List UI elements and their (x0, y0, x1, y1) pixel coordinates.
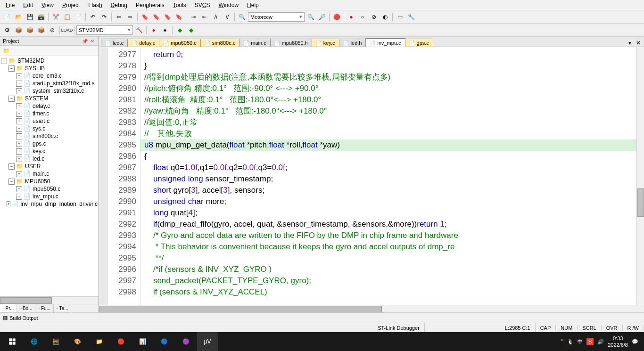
code-editor[interactable]: 2977297829792980298129822983298429852986… (99, 47, 644, 305)
file-tab-inv_mpu-c[interactable]: 📄inv_mpu.c (365, 38, 405, 47)
file-tab-gps-c[interactable]: 📄gps.c (405, 39, 433, 47)
menu-svcs[interactable]: SVCS (191, 1, 214, 9)
file-tab-key-c[interactable]: 📄key.c (312, 39, 339, 47)
build-batch-button[interactable]: 📦 (36, 25, 46, 35)
menu-file[interactable]: File (2, 1, 18, 9)
open-button[interactable]: 📂 (13, 12, 24, 22)
file-tab-led-c[interactable]: 📄led.c (101, 39, 128, 47)
code-line[interactable]: if (sensors & INV_XYZ_ACCEL) (140, 286, 636, 298)
tree-file[interactable]: +📄led.c (1, 155, 98, 163)
outdent-button[interactable]: ⇤ (199, 12, 210, 22)
find-button[interactable]: 🔍 (237, 12, 247, 22)
menu-flash[interactable]: Flash (84, 1, 106, 9)
tree-file[interactable]: +📄key.c (1, 147, 98, 155)
code-line[interactable]: /* Gyro and accel data are written to th… (140, 230, 636, 241)
tree-group-system[interactable]: −📁SYSTEM (1, 95, 98, 102)
code-line[interactable]: * This behavior is convenient because it… (140, 241, 636, 253)
tray-ime-label[interactable]: 中 (578, 338, 583, 345)
taskbar-keil-icon[interactable]: µV (197, 332, 218, 351)
undo-button[interactable]: ↶ (88, 12, 98, 22)
tree-toggle-icon[interactable]: + (16, 126, 22, 132)
new-file-button[interactable]: 📄 (2, 12, 12, 22)
rte-button[interactable]: ◆ (186, 25, 196, 35)
cut-button[interactable]: ✂️ (50, 12, 61, 22)
fold-column[interactable] (99, 47, 107, 305)
code-line[interactable]: /*if (sensors & INV_XYZ_GYRO ) (140, 264, 636, 275)
code-line[interactable]: { (140, 151, 636, 162)
tree-toggle-icon[interactable]: + (16, 111, 22, 117)
file-tab-mpu6050-h[interactable]: 📄mpu6050.h (270, 39, 312, 47)
code-line[interactable]: long quat[4]; (140, 207, 636, 219)
breakpoint-button[interactable]: ● (346, 12, 356, 22)
tree-toggle-icon[interactable]: + (16, 73, 22, 79)
tree-toggle-icon[interactable]: − (8, 179, 15, 185)
tree-file[interactable]: +📄main.c (1, 170, 98, 178)
taskbar-explorer-icon[interactable]: 📁 (89, 332, 109, 351)
code-line[interactable]: float q0=1.0f,q1=0.0f,q2=0.0f,q3=0.0f; (140, 162, 636, 173)
tree-toggle-icon[interactable]: + (16, 141, 22, 147)
tree-toggle-icon[interactable]: + (16, 133, 22, 139)
save-button[interactable]: 💾 (25, 12, 35, 22)
breakpoint-kill-button[interactable]: ⊘ (369, 12, 379, 22)
code-line[interactable]: u8 mpu_dmp_get_data(float *pitch,float *… (140, 139, 636, 151)
tree-file[interactable]: +📄system_stm32f10x.c (1, 87, 98, 95)
tray-chevron-icon[interactable]: ˄ (561, 339, 563, 345)
menu-help[interactable]: Help (243, 1, 263, 9)
taskbar-excel-icon[interactable]: 📊 (132, 332, 153, 351)
code-line[interactable]: //roll:横滚角 精度:0.1° 范围:-180.0°<---> +180.… (140, 94, 636, 106)
tab-close-button[interactable]: ✕ (635, 39, 642, 47)
tab-dropdown-button[interactable]: ▾ (626, 39, 634, 47)
tree-toggle-icon[interactable]: + (16, 103, 22, 109)
code-content[interactable]: return 0;}//得到dmp处理后的数据(注意,本函数需要比较多堆栈,局部… (140, 47, 636, 305)
project-expand-button[interactable]: 📁 (1, 46, 11, 56)
taskbar-app1-icon[interactable]: 🔵 (154, 332, 174, 351)
tree-group-syslib[interactable]: −📁SYSLIB (1, 65, 98, 72)
project-tab[interactable]: ▫Te... (54, 304, 71, 312)
taskbar-app2-icon[interactable]: 🟣 (175, 332, 196, 351)
build-output-panel[interactable]: ▦ Build Output (0, 312, 644, 323)
build-button[interactable]: 📦 (13, 25, 24, 35)
nav-forward-button[interactable]: ⇨ (125, 12, 135, 22)
stop-build-button[interactable]: ⊘ (47, 25, 58, 35)
tree-group-user[interactable]: −📁USER (1, 163, 98, 170)
code-line[interactable]: //pitch:俯仰角 精度:0.1° 范围:-90.0° <---> +90.… (140, 83, 636, 94)
code-line[interactable]: return 0; (140, 49, 636, 60)
tray-notifications-icon[interactable]: 💬 (632, 339, 638, 345)
code-line[interactable]: short gyro[3], accel[3], sensors; (140, 185, 636, 196)
tree-file[interactable]: +📄inv_mpu.c (1, 193, 98, 200)
menu-debug[interactable]: Debug (107, 1, 131, 9)
project-h-scrollbar[interactable] (0, 296, 99, 304)
redo-button[interactable]: ↷ (99, 12, 109, 22)
project-tree[interactable]: −📁STM32MD−📁SYSLIB+📄core_cm3.c+📄startup_s… (0, 56, 99, 296)
tree-toggle-icon[interactable]: − (8, 163, 15, 170)
menu-view[interactable]: View (38, 1, 58, 9)
file-tab-led-h[interactable]: 📄led.h (339, 39, 366, 47)
breakpoint-disable-button[interactable]: ○ (357, 12, 368, 22)
debug-button[interactable]: 🔴 (331, 12, 342, 22)
code-line[interactable]: if(dmp_read_fifo(gyro, accel, quat, &sen… (140, 219, 636, 230)
taskbar-edge-icon[interactable]: 🌐 (24, 332, 44, 351)
manage-project-button[interactable]: ♦ (149, 25, 159, 35)
save-all-button[interactable]: 🗃️ (36, 12, 46, 22)
bookmark-button[interactable]: 🔖 (140, 12, 150, 22)
panel-close-icon[interactable]: ✕ (89, 38, 96, 44)
file-tab-main-c[interactable]: 📄main.c (239, 39, 270, 47)
tree-toggle-icon[interactable]: + (16, 194, 22, 200)
taskbar-paint-icon[interactable]: 🎨 (67, 332, 88, 351)
download-button[interactable]: LOAD (62, 25, 72, 35)
tree-toggle-icon[interactable]: + (16, 186, 22, 192)
tray-clock[interactable]: 0:33 2022/6/8 (608, 335, 628, 348)
editor-v-scrollbar[interactable] (636, 47, 644, 305)
incremental-find-button[interactable]: 🔎 (317, 12, 327, 22)
find-in-files-button[interactable]: 🔍 (305, 12, 316, 22)
bookmark-prev-button[interactable]: 🔖 (151, 12, 161, 22)
tree-file[interactable]: +📄mpu6050.c (1, 185, 98, 193)
tree-group-mpu6050[interactable]: −📁MPU6050 (1, 178, 98, 185)
configure-button[interactable]: 🔧 (406, 12, 416, 22)
tree-toggle-icon[interactable]: − (8, 96, 15, 102)
tree-file[interactable]: +📄inv_mpu_dmp_motion_driver.c (1, 200, 98, 208)
device-target-dropdown[interactable]: STM32MD (76, 25, 133, 35)
nav-back-button[interactable]: ⇦ (114, 12, 124, 22)
tree-file[interactable]: +📄startup_stm32f10x_md.s (1, 80, 98, 87)
target-options-button[interactable]: 🔨 (134, 25, 144, 35)
